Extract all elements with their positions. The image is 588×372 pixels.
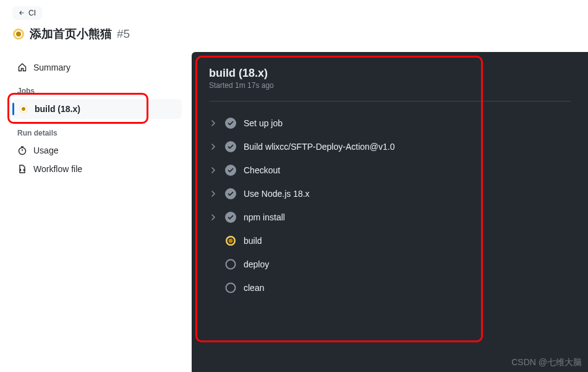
sidebar-usage-label: Usage [33,145,58,155]
svg-point-16 [226,283,236,293]
breadcrumb-label: CI [28,9,36,17]
sidebar-workflow-file[interactable]: Workflow file [12,160,182,178]
check-circle-icon [225,118,236,129]
steps-list: Set up jobBuild wlixcc/SFTP-Deploy-Actio… [209,108,571,300]
chevron-right-icon [210,191,216,197]
watermark: CSDN @七维大脑 [511,357,582,368]
sidebar-workflow-file-label: Workflow file [33,164,82,174]
sidebar-usage[interactable]: Usage [12,141,182,160]
pending-icon [225,259,236,270]
job-detail-panel: build (18.x) Started 1m 17s ago Set up j… [192,52,588,372]
job-header: build (18.x) Started 1m 17s ago [209,67,571,102]
running-icon [12,28,25,40]
step-label: Use Node.js 18.x [244,189,310,199]
check-circle-icon [225,165,236,176]
step-status [225,141,236,152]
step-row[interactable]: clean [209,276,571,300]
svg-point-5 [22,107,25,111]
step-status [225,282,236,293]
svg-point-14 [229,239,233,243]
chevron-right-icon [210,167,216,173]
page-header: CI 添加首页小熊猫 #5 [0,0,588,52]
check-circle-icon [225,212,236,223]
step-row[interactable]: Build wlixcc/SFTP-Deploy-Action@v1.0 [209,135,571,158]
back-arrow-icon [19,10,25,16]
chevron-right-icon [210,120,216,126]
step-row[interactable]: Checkout [209,158,571,182]
step-row[interactable]: build [209,229,571,253]
step-label: npm install [244,212,285,222]
step-label: build [244,236,262,246]
step-chevron [209,191,218,197]
check-circle-icon [225,188,236,199]
step-chevron [209,144,218,150]
sidebar-job-build[interactable]: build (18.x) [12,99,182,119]
step-row[interactable]: Use Node.js 18.x [209,182,571,205]
breadcrumb[interactable]: CI [12,6,42,20]
step-label: Build wlixcc/SFTP-Deploy-Action@v1.0 [244,142,395,152]
svg-point-2 [16,32,21,37]
step-status [225,188,236,199]
file-icon [17,164,27,174]
step-status [225,118,236,129]
sidebar-job-wrap: build (18.x) [12,99,182,119]
step-label: Set up job [244,118,283,128]
pending-icon [225,282,236,293]
home-icon [17,63,27,72]
job-title: build (18.x) [209,67,571,80]
job-subtitle: Started 1m 17s ago [209,81,571,90]
step-label: Checkout [244,165,280,175]
step-label: deploy [244,259,269,269]
stopwatch-icon [17,145,27,155]
workflow-title: 添加首页小熊猫 [30,26,112,42]
sidebar: Summary Jobs build (18.x) Run details Us… [0,52,192,372]
running-icon [19,104,28,114]
step-label: clean [244,283,264,293]
sidebar-summary-label: Summary [33,63,70,72]
step-chevron [209,214,218,220]
step-chevron [209,167,218,173]
sidebar-job-label: build (18.x) [35,104,80,114]
step-row[interactable]: deploy [209,253,571,276]
step-row[interactable]: npm install [209,205,571,229]
sidebar-run-details-heading: Run details [12,119,182,141]
sidebar-summary[interactable]: Summary [12,58,182,77]
workflow-title-row: 添加首页小熊猫 #5 [12,26,576,42]
sidebar-jobs-heading: Jobs [12,77,182,99]
step-status [225,259,236,270]
chevron-right-icon [210,144,216,150]
workflow-number: #5 [117,27,130,41]
svg-point-15 [226,260,236,269]
step-status [225,212,236,223]
check-circle-icon [225,141,236,152]
step-chevron [209,120,218,126]
running-icon [225,235,236,246]
step-status [225,165,236,176]
step-row[interactable]: Set up job [209,111,571,135]
step-status [225,235,236,246]
chevron-right-icon [210,214,216,220]
